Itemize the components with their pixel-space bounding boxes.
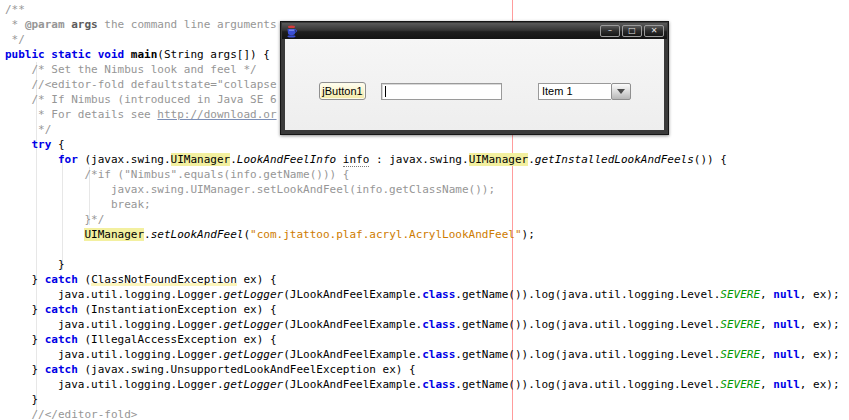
code-line: for (javax.swing.UIManager.LookAndFeelIn… bbox=[5, 152, 849, 167]
window-titlebar[interactable]: – □ ✕ bbox=[282, 23, 667, 39]
code-line: try { bbox=[5, 137, 849, 152]
swing-window: – □ ✕ jButton1 Item 1 bbox=[280, 21, 669, 135]
close-button[interactable]: ✕ bbox=[644, 25, 664, 37]
code-line: } bbox=[5, 392, 849, 407]
code-line: javax.swing.UIManager.setLookAndFeel(inf… bbox=[5, 182, 849, 197]
code-line: } bbox=[5, 257, 849, 272]
code-line: break; bbox=[5, 197, 849, 212]
code-line: UIManager.setLookAndFeel("com.jtattoo.pl… bbox=[5, 227, 849, 242]
combo-dropdown-button[interactable] bbox=[611, 83, 631, 100]
java-cup-icon bbox=[285, 25, 298, 38]
maximize-icon: □ bbox=[628, 26, 636, 36]
code-line: } catch (InstantiationException ex) { bbox=[5, 302, 849, 317]
combo-box[interactable]: Item 1 bbox=[538, 83, 631, 100]
minimize-button[interactable]: – bbox=[600, 25, 620, 37]
code-line bbox=[5, 242, 849, 257]
code-line: } catch (IllegalAccessException ex) { bbox=[5, 332, 849, 347]
maximize-button[interactable]: □ bbox=[622, 25, 642, 37]
code-line: /*if ("Nimbus".equals(info.getName())) { bbox=[5, 167, 849, 182]
code-line: java.util.logging.Logger.getLogger(JLook… bbox=[5, 287, 849, 302]
code-line: java.util.logging.Logger.getLogger(JLook… bbox=[5, 317, 849, 332]
code-line: } catch (javax.swing.UnsupportedLookAndF… bbox=[5, 362, 849, 377]
window-controls: – □ ✕ bbox=[600, 25, 664, 37]
code-line: //</editor-fold> bbox=[5, 407, 849, 420]
code-line: java.util.logging.Logger.getLogger(JLook… bbox=[5, 347, 849, 362]
jbutton1[interactable]: jButton1 bbox=[319, 82, 366, 100]
close-icon: ✕ bbox=[651, 26, 658, 36]
code-line: java.util.logging.Logger.getLogger(JLook… bbox=[5, 377, 849, 392]
combo-selected-value: Item 1 bbox=[538, 83, 611, 100]
code-line: } catch (ClassNotFoundException ex) { bbox=[5, 272, 849, 287]
code-line: }*/ bbox=[5, 212, 849, 227]
code-line: /** bbox=[5, 2, 849, 17]
minimize-icon: – bbox=[608, 26, 612, 36]
text-field[interactable] bbox=[381, 83, 502, 100]
chevron-down-icon bbox=[617, 89, 625, 94]
text-caret bbox=[385, 86, 386, 97]
window-content: jButton1 Item 1 bbox=[285, 39, 664, 130]
